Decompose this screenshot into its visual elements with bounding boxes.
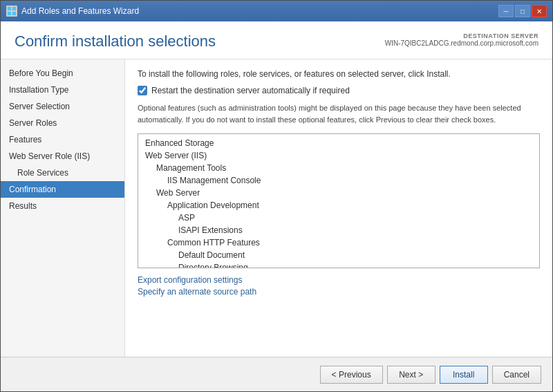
sidebar-item-confirmation[interactable]: Confirmation xyxy=(1,181,124,198)
features-list-box[interactable]: Enhanced StorageWeb Server (IIS)Manageme… xyxy=(138,133,540,268)
wizard-window: Add Roles and Features Wizard ─ □ ✕ Conf… xyxy=(0,0,553,392)
dest-server-label: DESTINATION SERVER xyxy=(385,32,538,39)
svg-rect-1 xyxy=(12,7,16,10)
previous-button[interactable]: < Previous xyxy=(320,366,383,384)
feature-item: Web Server xyxy=(138,187,539,199)
feature-item: Common HTTP Features xyxy=(138,236,539,249)
title-bar-controls: ─ □ ✕ xyxy=(498,5,547,17)
sidebar-item-server-selection[interactable]: Server Selection xyxy=(1,98,124,115)
svg-rect-3 xyxy=(12,12,16,15)
restart-checkbox-row: Restart the destination server automatic… xyxy=(138,86,540,95)
sidebar-item-before-you-begin[interactable]: Before You Begin xyxy=(1,65,124,82)
minimize-button[interactable]: ─ xyxy=(498,5,514,17)
sidebar-item-features[interactable]: Features xyxy=(1,131,124,148)
feature-item: Management Tools xyxy=(138,162,539,174)
destination-server-info: DESTINATION SERVER WIN-7QIBC2LADCG.redmo… xyxy=(385,32,538,47)
footer-bar: < Previous Next > Install Cancel xyxy=(1,357,552,391)
link-specify-an-alternate-source-path[interactable]: Specify an alternate source path xyxy=(138,287,540,297)
restart-label: Restart the destination server automatic… xyxy=(151,86,350,95)
window-icon xyxy=(6,6,17,17)
instruction-text: To install the following roles, role ser… xyxy=(138,69,540,79)
main-content: Before You BeginInstallation TypeServer … xyxy=(1,59,552,357)
feature-item: Directory Browsing xyxy=(138,261,539,268)
feature-item: Enhanced Storage xyxy=(138,137,539,149)
features-list-inner: Enhanced StorageWeb Server (IIS)Manageme… xyxy=(138,137,539,268)
optional-text: Optional features (such as administratio… xyxy=(138,102,540,125)
sidebar-item-installation-type[interactable]: Installation Type xyxy=(1,82,124,98)
next-button[interactable]: Next > xyxy=(387,366,435,384)
links-area: Export configuration settingsSpecify an … xyxy=(138,275,540,297)
sidebar-item-results[interactable]: Results xyxy=(1,198,124,214)
maximize-button[interactable]: □ xyxy=(515,5,530,17)
feature-item: Application Development xyxy=(138,199,539,212)
restart-checkbox[interactable] xyxy=(138,86,147,95)
content-area: To install the following roles, role ser… xyxy=(125,59,552,357)
dest-server-name: WIN-7QIBC2LADCG.redmond.corp.microsoft.c… xyxy=(385,39,538,47)
header: Confirm installation selections DESTINAT… xyxy=(1,21,552,59)
title-bar: Add Roles and Features Wizard ─ □ ✕ xyxy=(1,1,552,21)
title-bar-left: Add Roles and Features Wizard xyxy=(6,6,139,17)
svg-rect-0 xyxy=(8,7,11,10)
sidebar-item-role-services[interactable]: Role Services xyxy=(1,165,124,181)
feature-item: ASP xyxy=(138,212,539,224)
close-button[interactable]: ✕ xyxy=(532,5,547,17)
feature-item: Default Document xyxy=(138,249,539,261)
sidebar-item-server-roles[interactable]: Server Roles xyxy=(1,115,124,131)
window-title: Add Roles and Features Wizard xyxy=(21,6,139,16)
feature-item: ISAPI Extensions xyxy=(138,224,539,236)
install-button[interactable]: Install xyxy=(440,366,488,384)
svg-rect-2 xyxy=(8,12,11,15)
page-title: Confirm installation selections xyxy=(15,32,216,50)
cancel-button[interactable]: Cancel xyxy=(492,366,541,384)
sidebar-item-web-server-role-iis[interactable]: Web Server Role (IIS) xyxy=(1,148,124,165)
feature-item: IIS Management Console xyxy=(138,174,539,187)
feature-item: Web Server (IIS) xyxy=(138,149,539,162)
sidebar: Before You BeginInstallation TypeServer … xyxy=(1,59,125,357)
link-export-configuration-settings[interactable]: Export configuration settings xyxy=(138,275,540,285)
